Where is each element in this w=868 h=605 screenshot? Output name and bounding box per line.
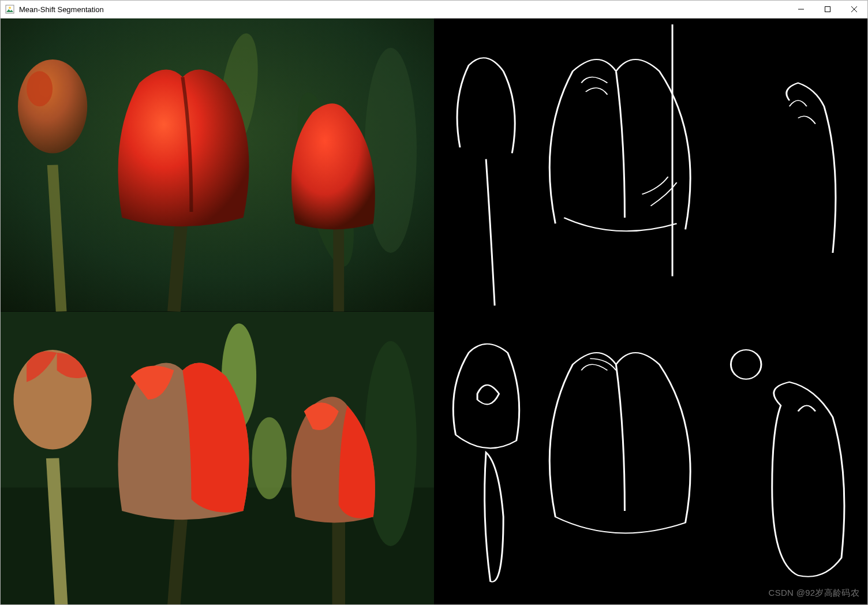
minimize-button[interactable] [788,1,814,18]
close-button[interactable] [841,1,867,18]
svg-point-1 [9,7,11,9]
maximize-button[interactable] [814,1,841,18]
svg-point-16 [252,417,287,499]
panel-edges-original [434,18,867,312]
close-icon [851,6,857,12]
svg-rect-12 [434,18,867,312]
original-image [1,18,434,312]
window-title: Mean-Shift Segmentation [19,5,104,14]
minimize-icon [798,6,804,12]
titlebar[interactable]: Mean-Shift Segmentation [1,1,867,18]
meanshift-image [1,312,434,605]
edges-meanshift-image [434,312,867,605]
panel-original [1,18,434,312]
maximize-icon [825,6,830,12]
panel-edges-meanshift [434,312,867,605]
edges-original-image [434,18,867,312]
svg-rect-3 [825,7,830,12]
svg-point-11 [27,71,53,106]
svg-rect-19 [434,312,867,605]
app-icon [5,5,14,14]
panel-meanshift [1,312,434,605]
app-window: Mean-Shift Segmentation [0,0,868,605]
image-grid [1,18,867,604]
window-controls [788,1,867,18]
svg-point-10 [18,59,87,153]
image-viewport: CSDN @92岁高龄码农 [1,18,867,604]
